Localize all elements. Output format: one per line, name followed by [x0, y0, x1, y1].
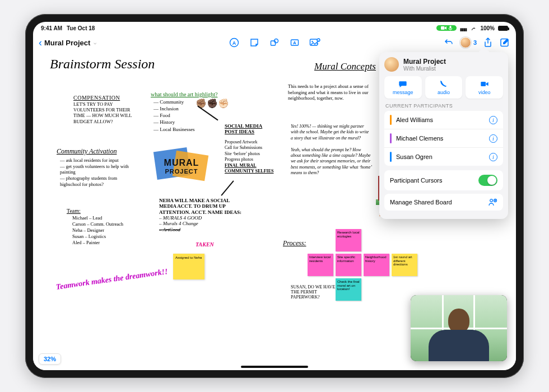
participant-name: Aled Williams: [396, 116, 433, 123]
participant-color-dot: [390, 115, 392, 125]
info-icon[interactable]: i: [489, 116, 497, 124]
svg-rect-1: [450, 26, 452, 29]
participant-row[interactable]: Michael Clemens i: [384, 129, 503, 148]
neha-ideas: – MURALS 4 GOOD – Murals 4 Change: [159, 215, 243, 227]
svg-point-14: [490, 199, 493, 202]
svg-text:A: A: [293, 40, 296, 45]
mural-project-logo[interactable]: MURALPROJECT: [151, 146, 212, 186]
collaboration-avatar[interactable]: [460, 37, 471, 48]
collaboration-icon: [488, 198, 497, 206]
shapes-tool-icon[interactable]: [268, 36, 281, 49]
title-menu-chevron-icon[interactable]: ⌵: [94, 40, 96, 45]
tool-picker: A A +: [228, 36, 321, 49]
popover-title: Mural Project: [403, 58, 446, 66]
heading-brainstorm: Brainstorm Session: [50, 57, 155, 72]
participants-list: Aled Williams i Michael Clemens i Susan …: [384, 111, 503, 166]
teamwork-quote: Teamwork makes the dreamwork!!: [55, 267, 169, 292]
camera-icon: [441, 26, 446, 30]
logo-text-top: MURAL: [164, 158, 199, 168]
participant-name: Susan Ogren: [396, 153, 432, 160]
battery-percent: 100%: [480, 25, 495, 31]
message-icon: [398, 80, 407, 88]
toggle-switch[interactable]: [478, 175, 497, 186]
pip-person-silhouette: [425, 309, 492, 361]
info-icon[interactable]: i: [489, 153, 497, 161]
logo-text-bottom: PROJECT: [165, 168, 198, 175]
popover-avatar: [384, 57, 399, 72]
svg-rect-0: [441, 26, 445, 30]
document-title[interactable]: Mural Project: [44, 39, 90, 47]
textbox-tool-icon[interactable]: A: [289, 36, 301, 49]
video-icon: [480, 80, 489, 88]
facetime-pip-window[interactable]: [411, 295, 507, 361]
sticky-note[interactable]: Neighborhood history: [364, 254, 389, 276]
highlight-question: what should the art highlight?: [151, 91, 217, 97]
svg-rect-13: [481, 82, 486, 86]
svg-text:+: +: [318, 39, 319, 42]
manage-label: Manage Shared Board: [390, 199, 452, 206]
sticky-note[interactable]: Assigned to Neha: [173, 254, 204, 279]
audio-label: audio: [438, 90, 450, 95]
arrow-sketch: [221, 180, 234, 195]
sticky-note[interactable]: Site specific information: [336, 254, 361, 276]
highlight-list: — Community — Inclusion — Food — History…: [153, 99, 195, 133]
participant-name: Michael Clemens: [396, 135, 443, 142]
status-bar: 9:41 AM Tue Oct 18 100%: [33, 22, 516, 34]
cursors-label: Participant Cursors: [390, 177, 443, 184]
team-list: Michael – Lead Carson – Comm. Outreach N…: [72, 215, 123, 246]
battery-icon: [498, 26, 508, 31]
message-label: message: [393, 90, 413, 95]
taken-annotation: TAKEN: [196, 241, 214, 248]
social-media-ideas-list: Proposed Artwork Call for Submissions Si…: [225, 139, 274, 174]
collaboration-popover: Mural Project With Muralist message audi…: [379, 52, 508, 219]
undo-button[interactable]: [443, 37, 454, 48]
text-tool-icon[interactable]: A: [228, 36, 240, 49]
zoom-level-badge[interactable]: 32%: [39, 353, 61, 365]
participant-row[interactable]: Aled Williams i: [384, 111, 503, 129]
ipad-device-frame: 9:41 AM Tue Oct 18 100% ‹ Mural Project …: [25, 14, 524, 378]
collaboration-count[interactable]: 3: [473, 39, 477, 46]
participant-color-dot: [390, 152, 392, 162]
screen: 9:41 AM Tue Oct 18 100% ‹ Mural Project …: [33, 22, 516, 370]
sticky-note[interactable]: Interview local residents: [308, 254, 333, 276]
wifi-icon: [470, 26, 477, 31]
info-icon[interactable]: i: [489, 134, 497, 143]
compensation-heading: COMPENSATION: [73, 95, 120, 101]
participant-color-dot: [390, 133, 392, 143]
smpi-items: Proposed Artwork Call for Submissions Si…: [225, 139, 262, 162]
svg-point-9: [311, 41, 313, 42]
sticky-note[interactable]: Research local ecologies: [336, 229, 361, 251]
social-media-ideas-heading: SOCIAL MEDIA POST IDEAS: [225, 124, 269, 135]
neha-strike: – ArtGood: [159, 227, 243, 232]
video-label: video: [478, 90, 491, 95]
sticky-note[interactable]: 1st round art different directions: [392, 254, 417, 276]
cellular-icon: [460, 26, 467, 31]
video-button[interactable]: video: [466, 76, 503, 99]
sticky-note-tool-icon[interactable]: [248, 36, 260, 49]
media-tool-icon[interactable]: +: [309, 36, 321, 49]
svg-text:A: A: [232, 40, 236, 46]
compensation-note: LET'S TRY TO PAY VOLUNTEERS FOR THEIR TI…: [73, 101, 135, 124]
heading-concepts: Mural Concepts: [314, 61, 376, 72]
community-activation-heading: Community Activation: [57, 147, 117, 156]
popover-subtitle: With Muralist: [403, 66, 446, 72]
status-date: Tue Oct 18: [67, 25, 95, 31]
message-button[interactable]: message: [384, 76, 422, 99]
recording-indicator-pill[interactable]: [436, 25, 457, 31]
participants-section-label: CURRENT PARTICIPANTS: [385, 103, 502, 109]
participant-row[interactable]: Susan Ogren i: [384, 148, 503, 166]
susan-permit-note: SUSAN, DO WE HAVE THE PERMIT PAPERWORK?: [291, 285, 341, 300]
status-time: 9:41 AM: [41, 25, 62, 31]
app-toolbar: ‹ Mural Project ⌵ A A + 3: [33, 34, 516, 51]
audio-button[interactable]: audio: [425, 76, 463, 99]
home-indicator[interactable]: [241, 366, 308, 368]
concepts-typed-text[interactable]: This needs to be a project about a sense…: [288, 83, 372, 101]
participant-cursors-toggle-row[interactable]: Participant Cursors: [384, 170, 503, 190]
neha-text: NEHA WILL MAKE A SOCIAL MEDIA ACCT. TO D…: [159, 198, 241, 215]
manage-shared-board-row[interactable]: Manage Shared Board: [384, 194, 503, 211]
concepts-handwritten-notes: Yes! 100%! — thinking we might partner w…: [291, 124, 372, 176]
smpi-bold-items: FINAL MURAL COMMUNITY SELFIES: [225, 163, 274, 174]
new-board-button[interactable]: [499, 37, 510, 48]
back-button[interactable]: ‹: [39, 37, 42, 49]
team-heading: Team:: [67, 208, 81, 214]
